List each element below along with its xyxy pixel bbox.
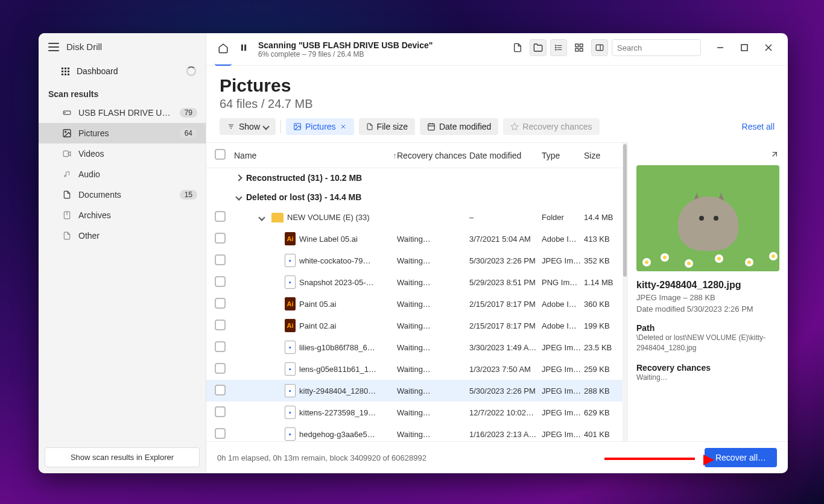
file-recovery: Waiting…: [397, 235, 469, 244]
file-type: Adobe I…: [542, 235, 584, 244]
file-size: 23.5 KB: [584, 343, 619, 352]
table-row[interactable]: ▪kittens-2273598_19… Waiting… 12/7/2022 …: [206, 402, 627, 423]
list-view-button[interactable]: [550, 39, 567, 56]
sidebar-item-label: USB FLASH DRIVE USB D…: [78, 108, 174, 118]
page-title: Pictures: [220, 75, 775, 96]
pictures-filter-label: Pictures: [305, 122, 336, 131]
row-checkbox[interactable]: [215, 320, 226, 330]
sidebar-item-documents[interactable]: Documents 15: [39, 184, 206, 205]
table-row[interactable]: ▪hedgehog-g3aa6e5… Waiting… 1/16/2023 2:…: [206, 423, 627, 441]
column-type[interactable]: Type: [542, 151, 584, 160]
table-row[interactable]: AiWine Label 05.ai Waiting… 3/7/2021 5:0…: [206, 228, 627, 250]
file-recovery: Waiting…: [397, 343, 469, 352]
popout-icon[interactable]: [770, 150, 779, 159]
search-input[interactable]: [617, 43, 718, 52]
image-file-icon: ▪: [285, 362, 296, 376]
sidebar-item-videos[interactable]: Videos: [39, 143, 206, 164]
hamburger-icon[interactable]: [48, 43, 59, 51]
sidebar-item-label: Videos: [78, 149, 197, 159]
svg-point-13: [556, 45, 556, 46]
minimize-button[interactable]: [709, 39, 731, 56]
file-name: Paint 05.ai: [299, 300, 336, 309]
file-type: JPEG Im…: [542, 386, 584, 395]
select-all-checkbox[interactable]: [215, 149, 226, 160]
svg-rect-16: [575, 44, 578, 47]
row-checkbox[interactable]: [215, 406, 226, 417]
x-icon[interactable]: [340, 123, 347, 130]
row-checkbox[interactable]: [215, 385, 226, 395]
show-in-explorer-button[interactable]: Show scan results in Explorer: [45, 447, 200, 467]
dashboard-label: Dashboard: [77, 66, 118, 76]
file-date: 5/30/2023 2:26 PM: [469, 256, 542, 265]
close-button[interactable]: [758, 39, 779, 56]
table-row[interactable]: AiPaint 05.ai Waiting… 2/15/2017 8:17 PM…: [206, 293, 627, 315]
preview-toggle-button[interactable]: [591, 39, 608, 56]
column-name[interactable]: Name↑: [234, 151, 397, 160]
sidebar-item-pictures[interactable]: Pictures 64: [39, 123, 206, 143]
folder-icon: [533, 43, 544, 52]
table-row[interactable]: ▪white-cockatoo-79… Waiting… 5/30/2023 2…: [206, 250, 627, 271]
table-row[interactable]: ▪kitty-2948404_1280… Waiting… 5/30/2023 …: [206, 380, 627, 402]
sidebar-item-archives[interactable]: Archives: [39, 205, 206, 225]
row-checkbox[interactable]: [215, 254, 226, 265]
image-file-icon: ▪: [285, 276, 296, 289]
pause-button[interactable]: [235, 39, 252, 56]
sidebar-item-other[interactable]: Other: [39, 225, 206, 246]
image-file-icon: ▪: [285, 384, 296, 397]
file-size: 259 KB: [584, 365, 619, 374]
column-recovery[interactable]: Recovery chances: [397, 151, 469, 160]
table-row[interactable]: ▪lens-g05e811b61_1… Waiting… 1/3/2023 7:…: [206, 358, 627, 380]
file-view-button[interactable]: [509, 39, 526, 56]
file-recovery: Waiting…: [397, 430, 469, 439]
row-checkbox[interactable]: [215, 298, 226, 309]
column-size[interactable]: Size: [584, 151, 619, 160]
sidebar-item-label: Documents: [78, 190, 174, 200]
pictures-icon: [62, 128, 72, 138]
file-name: white-cockatoo-79…: [299, 256, 371, 265]
row-checkbox[interactable]: [215, 233, 226, 244]
filter-divider: [280, 120, 281, 133]
chevron-down-icon[interactable]: [258, 214, 265, 221]
home-button[interactable]: [215, 39, 232, 66]
group-reconstructed[interactable]: Reconstructed (31) - 10.2 MB: [206, 168, 627, 187]
reset-all-link[interactable]: Reset all: [742, 122, 775, 131]
recovery-chances-filter[interactable]: Recovery chances: [503, 118, 599, 135]
show-filter[interactable]: Show: [220, 118, 276, 135]
table-row[interactable]: ▪lilies-g10b86f788_6… Waiting… 3/30/2023…: [206, 336, 627, 358]
maximize-button[interactable]: [734, 39, 755, 56]
scrollbar-thumb[interactable]: [623, 144, 627, 277]
svg-point-32: [296, 125, 297, 126]
grid-view-button[interactable]: [571, 39, 588, 56]
scan-title: Scanning "USB FLASH DRIVE USB Device": [258, 40, 433, 50]
documents-icon: [62, 190, 72, 200]
sidebar-item-audio[interactable]: Audio: [39, 164, 206, 184]
picture-icon: [293, 122, 302, 131]
folder-row[interactable]: NEW VOLUME (E) (33) – Folder 14.4 MB: [206, 207, 627, 228]
calendar-icon: [427, 122, 436, 131]
group-deleted[interactable]: Deleted or lost (33) - 14.4 MB: [206, 187, 627, 207]
file-size-filter[interactable]: File size: [359, 118, 415, 135]
ai-file-icon: Ai: [285, 297, 296, 310]
table-row[interactable]: ▪Snapshot 2023-05-… Waiting… 5/29/2023 8…: [206, 271, 627, 293]
file-name: hedgehog-g3aa6e5…: [299, 430, 375, 439]
search-box[interactable]: [612, 39, 701, 56]
row-checkbox[interactable]: [215, 428, 226, 439]
preview-path-label: Path: [636, 323, 779, 333]
file-recovery: Waiting…: [397, 386, 469, 395]
folder-view-button[interactable]: [530, 39, 547, 56]
pictures-filter[interactable]: Pictures: [286, 118, 354, 135]
column-date[interactable]: Date modified: [469, 151, 542, 160]
preview-pane: kitty-2948404_1280.jpg JPEG Image – 288 …: [627, 142, 788, 441]
row-checkbox[interactable]: [215, 211, 226, 222]
chevron-right-icon: [235, 174, 242, 181]
sidebar-item-drive[interactable]: USB FLASH DRIVE USB D… 79: [39, 102, 206, 123]
recover-all-button[interactable]: Recover all…: [705, 448, 777, 467]
row-checkbox[interactable]: [215, 363, 226, 374]
scrollbar[interactable]: [623, 143, 627, 441]
dashboard-nav[interactable]: Dashboard: [39, 60, 206, 82]
page-subtitle: 64 files / 24.7 MB: [220, 97, 775, 111]
date-modified-filter[interactable]: Date modified: [420, 118, 498, 135]
table-row[interactable]: AiPaint 02.ai Waiting… 2/15/2017 8:17 PM…: [206, 315, 627, 336]
row-checkbox[interactable]: [215, 341, 226, 352]
row-checkbox[interactable]: [215, 276, 226, 287]
